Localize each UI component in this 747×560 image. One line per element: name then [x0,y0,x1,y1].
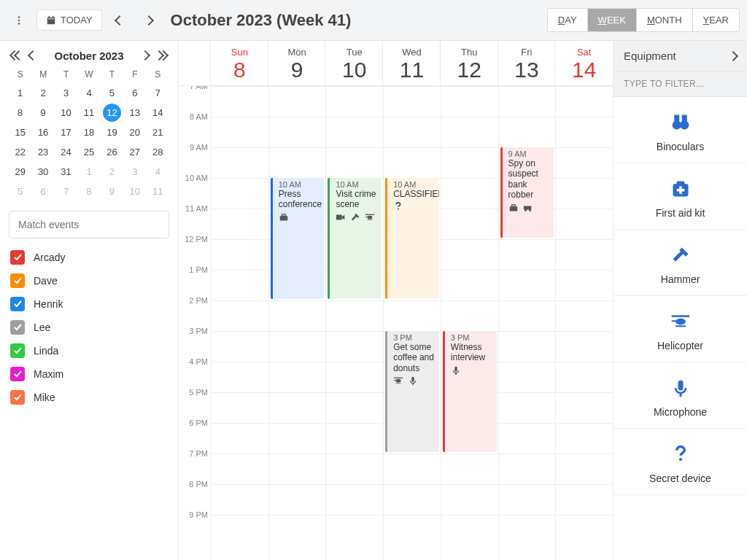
mini-prev-month[interactable] [25,50,41,61]
day-column[interactable]: 3 PMWitness interview [441,86,498,560]
day-column[interactable]: 10 AMCLASSIFIED3 PMGet some coffee and d… [383,86,441,560]
day-header[interactable]: Wed11 [383,41,441,85]
mini-day[interactable]: 7 [147,84,169,102]
day-number: 14 [555,58,613,82]
mini-day[interactable]: 11 [147,182,169,201]
mini-day[interactable]: 10 [55,104,77,122]
mini-day[interactable]: 5 [101,84,123,102]
mini-day[interactable]: 24 [55,143,77,161]
view-day[interactable]: DAY [548,9,588,31]
mini-day[interactable]: 13 [123,104,146,122]
view-year[interactable]: YEAR [693,9,739,31]
mini-day[interactable]: 2 [31,84,54,102]
mini-day[interactable]: 31 [55,163,77,181]
view-month[interactable]: MONTH [637,9,693,31]
mini-day[interactable]: 19 [101,123,123,141]
mini-day[interactable]: 1 [9,84,31,102]
resource-maxim[interactable]: Maxim [10,367,168,381]
mini-day[interactable]: 8 [9,104,31,122]
mini-prev-year[interactable] [9,50,25,61]
mini-day[interactable]: 9 [101,182,123,201]
equipment-item-binoculars[interactable]: Binoculars [614,97,747,163]
mini-next-year[interactable] [153,50,169,61]
day-header[interactable]: Mon9 [268,41,326,85]
resource-henrik[interactable]: Henrik [10,297,168,311]
mini-day[interactable]: 3 [55,84,77,102]
mini-day[interactable]: 30 [31,163,54,181]
day-column[interactable]: 10 AMPress conference [268,86,326,560]
event-title: Witness interview [451,342,493,363]
view-week[interactable]: WEEK [588,9,637,31]
event[interactable]: 10 AMVisit crime scene [328,178,382,299]
mini-day[interactable]: 7 [55,182,77,201]
equipment-item-firstaid[interactable]: First aid kit [614,163,747,230]
mini-day[interactable]: 29 [9,163,31,181]
mini-day[interactable]: 15 [9,123,31,141]
event[interactable]: 3 PMGet some coffee and donuts [385,331,439,452]
time-label: 11 AM [185,204,208,213]
day-header[interactable]: Tue10 [325,41,383,85]
dow-label: Tue [325,47,383,58]
resource-dave[interactable]: Dave [10,273,168,288]
calendar-body[interactable]: 7 AM8 AM9 AM10 AM11 AM12 PM1 PM2 PM3 PM4… [179,86,613,560]
event-title: Press conference [279,189,321,210]
mini-day[interactable]: 28 [147,143,169,161]
mini-day[interactable]: 23 [31,143,54,161]
mini-day[interactable]: 17 [55,123,77,141]
mini-day[interactable]: 22 [9,143,31,161]
mini-day[interactable]: 12 [103,104,121,122]
equipment-filter[interactable]: TYPE TO FILTER... [614,71,747,97]
day-header[interactable]: Fri13 [498,41,556,85]
day-column[interactable]: 9 AMSpy on suspect bank robber [498,86,556,560]
resource-mike[interactable]: Mike [10,390,168,405]
mini-day[interactable]: 18 [77,123,100,141]
resource-arcady[interactable]: Arcady [10,250,168,265]
mini-day[interactable]: 16 [31,123,54,141]
day-column[interactable] [555,86,613,560]
mini-day[interactable]: 2 [101,163,123,181]
match-events-input[interactable] [9,211,169,238]
day-header[interactable]: Sat14 [555,41,613,85]
mini-calendar: SMTWTFS123456789101112131415161718192021… [9,66,169,201]
mini-day[interactable]: 9 [31,104,54,122]
mini-day[interactable]: 1 [77,163,100,181]
mini-day[interactable]: 6 [31,182,54,201]
mini-next-month[interactable] [137,50,153,61]
event[interactable]: 9 AMSpy on suspect bank robber [500,147,554,238]
time-label: 8 AM [190,112,208,121]
mini-day[interactable]: 11 [77,104,100,122]
day-column[interactable] [211,86,268,560]
calendar-grid[interactable]: 10 AMPress conference10 AMVisit crime sc… [211,86,613,560]
equipment-item-microphone[interactable]: Microphone [614,362,747,429]
mini-day[interactable]: 27 [123,143,146,161]
mini-day[interactable]: 10 [123,182,146,201]
menu-button[interactable] [7,9,31,32]
mini-day[interactable]: 4 [147,163,169,181]
mini-day[interactable]: 14 [147,104,169,122]
mini-day[interactable]: 5 [9,182,31,201]
mini-day[interactable]: 3 [123,163,146,181]
event[interactable]: 10 AMCLASSIFIED [385,178,439,299]
equipment-item-helicopter[interactable]: Helicopter [614,296,747,362]
mini-day[interactable]: 8 [77,182,100,201]
today-button[interactable]: TODAY [36,9,102,31]
resource-linda[interactable]: Linda [10,343,168,358]
mini-day[interactable]: 21 [147,123,169,141]
mini-day[interactable]: 25 [77,143,100,161]
event[interactable]: 3 PMWitness interview [443,331,497,452]
day-column[interactable]: 10 AMVisit crime scene [325,86,383,560]
next-button[interactable] [137,9,160,32]
resource-lee[interactable]: Lee [10,320,168,335]
equipment-item-question[interactable]: Secret device [614,429,747,495]
day-header[interactable]: Sun8 [211,41,268,85]
mini-day[interactable]: 4 [77,84,100,102]
equipment-item-hammer[interactable]: Hammer [614,230,747,296]
video-icon [336,212,346,222]
prev-button[interactable] [108,9,131,32]
mini-day[interactable]: 6 [123,84,146,102]
day-header[interactable]: Thu12 [441,41,498,85]
event[interactable]: 10 AMPress conference [271,178,325,299]
mini-day[interactable]: 20 [123,123,146,141]
mini-day[interactable]: 26 [101,143,123,161]
equipment-header[interactable]: Equipment [614,41,747,71]
